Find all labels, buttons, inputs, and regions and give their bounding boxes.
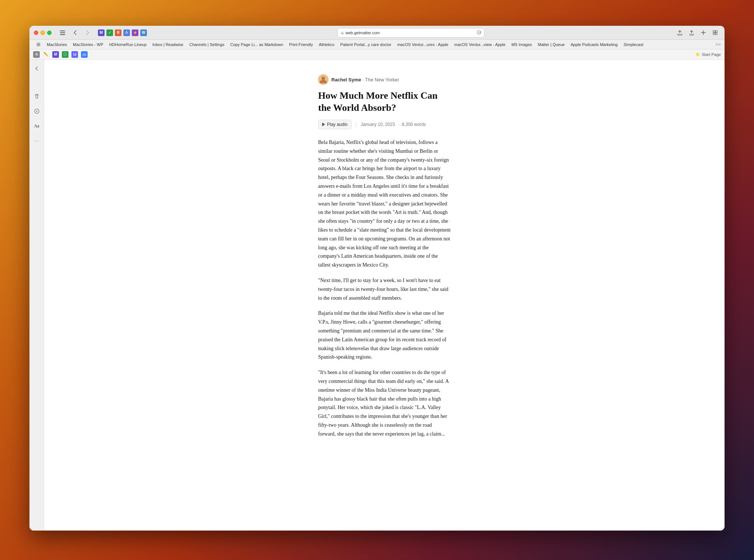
upload-icon[interactable] <box>686 29 697 37</box>
back-nav-icon[interactable] <box>32 64 41 73</box>
trash-sidebar-icon[interactable] <box>32 92 41 101</box>
svg-rect-1 <box>60 32 65 33</box>
ext-mastodon-icon[interactable]: M <box>71 51 78 58</box>
article-date: January 10, 2023 <box>361 122 395 127</box>
author-name: Rachel Syme <box>331 77 361 82</box>
paragraph-1: Bela Bajaria, Netflix's global head of t… <box>318 138 451 270</box>
svg-rect-8 <box>715 33 717 35</box>
compass-sidebar-icon[interactable] <box>32 107 41 116</box>
bookmark-matter-queue[interactable]: Matter | Queue <box>535 42 567 47</box>
article-title: How Much More Netflix Can the World Abso… <box>318 90 451 114</box>
more-sidebar-icon[interactable]: ··· <box>32 136 41 145</box>
left-sidebar: Aa ··· <box>29 60 44 531</box>
bookmark-macstories[interactable]: MacStories <box>44 42 70 47</box>
bookmark-copy-page[interactable]: Copy Page Li... as Markdown <box>228 42 286 47</box>
new-tab-icon[interactable] <box>698 29 708 37</box>
audio-meta-bar: Play audio January 10, 2023 · 8,300 word… <box>318 120 451 129</box>
bookmark-macos-2[interactable]: macOS Ventur...view - Apple <box>452 42 508 47</box>
sidebar-toggle-button[interactable] <box>57 29 68 37</box>
toolbar-right <box>674 29 720 37</box>
author-info: Rachel Syme · The New Yorker <box>331 77 399 82</box>
bookmark-apple-podcasts[interactable]: Apple Podcasts Marketing <box>568 42 620 47</box>
bookmark-simplecast[interactable]: Simplecast <box>621 42 646 47</box>
play-audio-button[interactable]: Play audio <box>318 120 352 129</box>
article-area: Rachel Syme · The New Yorker How Much Mo… <box>44 60 725 531</box>
play-audio-label: Play audio <box>327 122 348 127</box>
browser-window: M ✓ R A ⚡ W web.getmatter.com <box>29 26 725 531</box>
readwise-ext-icon[interactable]: R <box>115 29 121 36</box>
author-publication: · <box>363 77 365 82</box>
play-triangle-icon <box>322 123 325 126</box>
article-content-wrapper: Rachel Syme · The New Yorker How Much Mo… <box>318 74 451 439</box>
svg-rect-5 <box>713 31 715 32</box>
bookmark-readwise[interactable]: Inbox | Readwise <box>150 42 186 47</box>
svg-point-12 <box>321 77 325 80</box>
start-page-label: Start Page <box>702 52 721 57</box>
ext-pencil-icon[interactable]: ✏️ <box>43 51 49 58</box>
tabs-overview-icon[interactable] <box>710 29 720 37</box>
back-button[interactable] <box>70 29 80 37</box>
extensions-bar: ⚙ ✏️ M ⬡ M m ⭐ Start Page <box>29 49 725 60</box>
minimize-button[interactable] <box>40 31 45 35</box>
svg-rect-3 <box>341 32 343 34</box>
traffic-lights <box>34 31 52 35</box>
bookmark-ms-images[interactable]: MS Images <box>509 42 535 47</box>
svg-point-10 <box>36 111 37 112</box>
article-word-count: · 8,300 words <box>399 122 426 127</box>
paragraph-4: "It's been a lot of learning for other c… <box>318 368 451 438</box>
forward-button[interactable] <box>82 29 93 37</box>
meta-divider <box>356 122 356 127</box>
matter-ext-icon[interactable]: M <box>98 29 105 36</box>
arc-ext-icon[interactable]: A <box>123 29 130 36</box>
article-body: Bela Bajaria, Netflix's global head of t… <box>318 138 451 439</box>
bookmark-patient-portal[interactable]: Patient Portal...y care doctor <box>338 42 394 47</box>
address-bar[interactable]: web.getmatter.com <box>337 28 485 38</box>
bookmarks-bar: ⊞ MacStories MacStories - WP HDHomeRun L… <box>29 40 725 49</box>
bookmarks-overflow-icon[interactable]: >> <box>715 42 721 47</box>
fullscreen-button[interactable] <box>47 31 52 35</box>
paragraph-3: Bajaria told me that the ideal Netflix s… <box>318 309 451 362</box>
apps-icon[interactable]: ⊞ <box>33 40 43 49</box>
bookmark-macstories-wp[interactable]: MacStories - WP <box>70 42 106 47</box>
close-button[interactable] <box>34 31 38 35</box>
paragraph-2: "Next time, I'll get to stay for a week,… <box>318 276 451 302</box>
ext-m-icon[interactable]: M <box>52 51 59 58</box>
title-bar: M ✓ R A ⚡ W web.getmatter.com <box>29 26 725 40</box>
publication-name: The New Yorker <box>365 77 399 82</box>
font-sidebar-icon[interactable]: Aa <box>32 121 41 130</box>
svg-rect-6 <box>715 31 717 32</box>
browser-content: Aa ··· <box>29 60 725 531</box>
author-line: Rachel Syme · The New Yorker <box>318 74 451 85</box>
author-avatar <box>318 74 328 85</box>
address-bar-container: web.getmatter.com <box>154 28 667 38</box>
bookmark-ext-icon[interactable]: ✓ <box>106 29 113 36</box>
svg-rect-0 <box>60 31 65 31</box>
bookmark-athletico[interactable]: Athletico <box>316 42 337 47</box>
bookmark-channels[interactable]: Channels | Settings <box>187 42 227 47</box>
bookmark-macos-1[interactable]: macOS Ventur...ures - Apple <box>395 42 451 47</box>
url-text: web.getmatter.com <box>346 31 380 35</box>
bookmark-hdhomerun[interactable]: HDHomeRun Lineup <box>107 42 149 47</box>
svg-rect-2 <box>60 34 65 35</box>
readwise2-ext-icon[interactable]: W <box>140 29 147 36</box>
ext-hex-icon[interactable]: ⬡ <box>62 51 68 58</box>
ext-gear-icon[interactable]: ⚙ <box>33 51 40 58</box>
action-ext-icon[interactable]: ⚡ <box>132 29 138 36</box>
share-icon[interactable] <box>674 29 685 37</box>
ext-matter-icon[interactable]: m <box>81 51 88 58</box>
bookmark-print-friendly[interactable]: Print Friendly <box>286 42 316 47</box>
toolbar-left <box>57 29 93 37</box>
start-page-link[interactable]: ⭐ Start Page <box>695 52 721 57</box>
svg-rect-7 <box>713 33 715 35</box>
